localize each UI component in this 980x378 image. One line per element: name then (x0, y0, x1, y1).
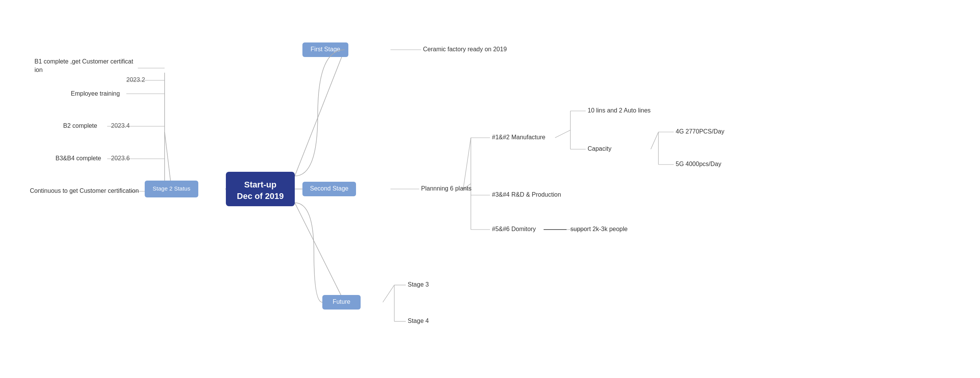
10lins-label: 10 lins and 2 Auto lines (588, 107, 651, 114)
left-b1-line1: B1 complete ,get Customer certificat (34, 58, 133, 65)
line-sub-manufacture (463, 138, 471, 189)
second-stage-label: Second Stage (310, 185, 349, 192)
plannning-label: Plannning 6 plants (421, 185, 472, 192)
center-label-line1: Start-up (244, 180, 276, 189)
domitory-label: #5&#6 Domitory (492, 226, 536, 232)
mindmap-diagram: Start-up Dec of 2019 Stage 2 Status B1 c… (0, 0, 980, 378)
date-2023-2: 2023.2 (126, 77, 145, 83)
line-bracket-status (165, 132, 172, 189)
stage2status-label: Stage 2 Status (153, 185, 190, 192)
date-2023-6: 2023.6 (111, 155, 130, 161)
path-center-future (295, 203, 322, 302)
left-continuous: Continuous to get Customer certification (30, 187, 139, 194)
capacity-label: Capacity (588, 145, 611, 152)
future-label: Future (333, 298, 350, 305)
left-employee: Employee training (71, 90, 120, 97)
4g-label: 4G 2770PCS/Day (676, 128, 724, 135)
5g-label: 5G 4000pcs/Day (676, 161, 721, 167)
left-b2: B2 complete (63, 122, 97, 129)
rd-label: #3&#4 R&D & Production (492, 191, 561, 198)
line-cap-bracket1 (651, 132, 658, 149)
stage3-label: Stage 3 (408, 281, 429, 288)
line-future-s3 (383, 285, 394, 302)
support-label: support 2k-3k people (570, 226, 628, 232)
left-b3b4: B3&B4 complete (56, 155, 101, 161)
line-mfg-connect (555, 130, 570, 138)
left-b1-line2: ion (34, 67, 42, 73)
date-2023-4: 2023.4 (111, 122, 130, 129)
manufacture-label: #1&#2 Manufacture (492, 134, 546, 140)
line-center-first (295, 50, 345, 176)
first-stage-child: Ceramic factory ready on 2019 (423, 46, 507, 52)
line-center-future (295, 203, 345, 302)
center-label-line2: Dec of 2019 (237, 191, 284, 201)
stage4-label: Stage 4 (408, 318, 429, 324)
